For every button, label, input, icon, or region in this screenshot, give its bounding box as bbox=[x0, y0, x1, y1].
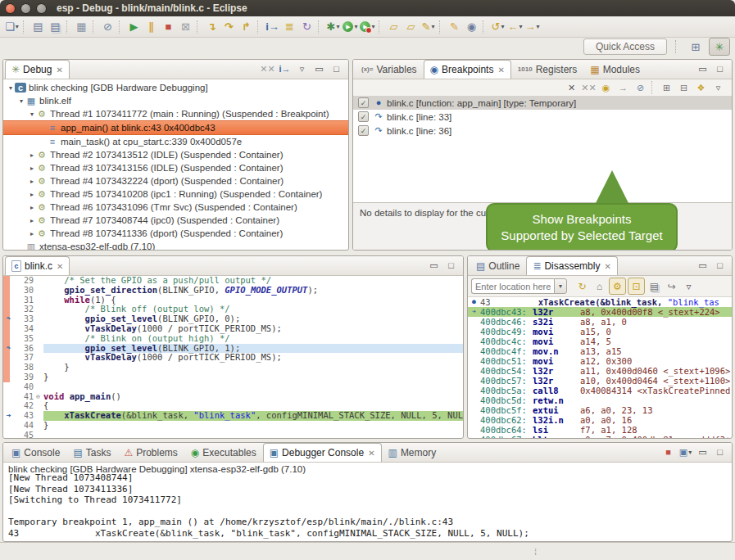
run-dropdown-icon[interactable]: ▾ bbox=[354, 24, 357, 30]
window-maximize-button[interactable] bbox=[36, 3, 47, 14]
editor-line[interactable]: 34 vTaskDelay(1000 / portTICK_PERIOD_MS)… bbox=[3, 324, 463, 334]
back-button[interactable]: ←▾ bbox=[507, 18, 523, 35]
show-breakpoints-supported-by-selected-target-button[interactable]: ◉ bbox=[598, 81, 614, 95]
disassembly-row[interactable]: 400dbc62:l32i.na0, a0, 16 bbox=[468, 415, 732, 425]
build-binary-button[interactable]: ▦ bbox=[74, 18, 89, 35]
new-wizard-dropdown-icon[interactable]: ▾ bbox=[16, 24, 19, 30]
debug-tree-row[interactable]: ▸⚙Thread #2 1073413512 (IDLE) (Suspended… bbox=[3, 148, 348, 161]
disassembly-row[interactable]: 400dbc67:blta0, a7, 0x400dbc81 <__adddf3… bbox=[468, 435, 732, 439]
editor-line[interactable]: 39} bbox=[3, 373, 463, 382]
instruction-stepping-mode-button[interactable]: i→ bbox=[277, 62, 293, 77]
console-tab-tasks[interactable]: ▤Tasks bbox=[66, 443, 117, 462]
console-output[interactable]: [New Thread 1073408744][New Thread 10734… bbox=[3, 472, 732, 539]
tree-expander-icon[interactable]: ▾ bbox=[17, 97, 25, 105]
view-menu-button[interactable]: ▿ bbox=[681, 278, 696, 294]
right-tab-variables[interactable]: (x)=Variables bbox=[355, 60, 424, 79]
use-step-filters-button[interactable]: ≣ bbox=[282, 18, 297, 35]
annotation-ruler[interactable] bbox=[3, 373, 14, 382]
location-dropdown-icon[interactable]: ▾ bbox=[554, 278, 567, 294]
terminate-console-button[interactable]: ■ bbox=[660, 445, 676, 460]
maximize-button[interactable]: □ bbox=[712, 445, 728, 460]
code-editor[interactable]: 29 /* Set the GPIO as a push/pull output… bbox=[3, 276, 463, 439]
right-tab-registers[interactable]: 1010Registers bbox=[511, 60, 583, 79]
tree-expander-icon[interactable]: ▸ bbox=[28, 151, 36, 159]
expand-all-button[interactable]: ⊞ bbox=[659, 81, 674, 95]
search-dropdown-icon[interactable]: ▾ bbox=[431, 24, 434, 30]
external-tools-dropdown-icon[interactable]: ▾ bbox=[371, 24, 374, 30]
forward-button[interactable]: →▾ bbox=[524, 18, 540, 35]
maximize-button[interactable]: □ bbox=[712, 259, 728, 273]
refresh-view-button[interactable]: ↻ bbox=[574, 278, 590, 294]
go-to-file-for-breakpoint-button[interactable]: → bbox=[615, 81, 631, 95]
view-menu-button[interactable]: ▿ bbox=[710, 81, 726, 95]
window-minimize-button[interactable] bbox=[20, 3, 31, 14]
tree-expander-icon[interactable]: ▸ bbox=[28, 178, 36, 185]
debug-tree-row[interactable]: ▾cblink checking [GDB Hardware Debugging… bbox=[3, 81, 348, 94]
annotation-ruler[interactable] bbox=[3, 296, 14, 305]
resume-button[interactable]: ▶ bbox=[126, 18, 142, 35]
restart-button[interactable]: ↻ bbox=[299, 18, 315, 35]
editor-line[interactable]: 35 /* Blink on (output high) */ bbox=[3, 334, 463, 344]
editor-line[interactable]: 45 bbox=[3, 431, 463, 439]
save-all-button[interactable]: ▤ bbox=[48, 18, 63, 35]
disassembly-row[interactable]: 400dbc54:l32ra11, 0x400d0460 <_stext+109… bbox=[468, 366, 732, 376]
location-input[interactable] bbox=[471, 278, 554, 294]
forward-dropdown-icon[interactable]: ▾ bbox=[536, 24, 539, 30]
copy-button[interactable]: ▤ bbox=[647, 278, 662, 294]
console-tab-debugger-console[interactable]: ▣Debugger Console✕ bbox=[263, 443, 382, 462]
breakpoint-row[interactable]: ✓●blink.c [function: app_main] [type: Te… bbox=[353, 96, 732, 110]
annotation-ruler[interactable] bbox=[3, 363, 14, 373]
new-cpp-project-button[interactable]: ▱ bbox=[386, 18, 402, 35]
step-return-button[interactable]: ↱ bbox=[238, 18, 254, 35]
debug-perspective-button[interactable]: ✳ bbox=[709, 38, 730, 56]
tree-expander-icon[interactable]: ▸ bbox=[28, 230, 36, 237]
annotation-ruler[interactable] bbox=[3, 353, 14, 363]
disassembly-row[interactable]: 400dbc5f:extuia6, a0, 23, 13 bbox=[468, 405, 732, 415]
collapse-all-button[interactable]: ⊟ bbox=[676, 81, 692, 95]
disassembly-row[interactable]: 400dbc5d:retw.n bbox=[468, 395, 732, 405]
breakpoint-gutter-icon[interactable]: ↷ bbox=[3, 344, 14, 354]
console-tab-console[interactable]: ▣Console bbox=[5, 443, 66, 462]
quick-access-button[interactable]: Quick Access bbox=[583, 38, 667, 55]
disassembly-row[interactable]: 400dbc49:movia15, 0 bbox=[468, 327, 732, 336]
disassembly-row[interactable]: 400dbc5a:call80x40084314 <xTaskCreatePin… bbox=[468, 386, 732, 395]
tab-close-icon[interactable]: ✕ bbox=[56, 65, 62, 75]
open-type-button[interactable]: ◉ bbox=[464, 18, 479, 35]
terminate-button[interactable]: ■ bbox=[161, 18, 176, 35]
annotation-ruler[interactable] bbox=[3, 431, 14, 439]
debug-button[interactable]: ✱▾ bbox=[325, 18, 341, 35]
remove-selected-breakpoints-button[interactable]: ✕ bbox=[564, 81, 579, 95]
suspend-button[interactable]: ∥ bbox=[143, 18, 159, 35]
tab-close-icon[interactable]: ✕ bbox=[57, 262, 63, 271]
open-folder-button[interactable]: ▱ bbox=[403, 18, 419, 35]
debug-tree-row[interactable]: ≡main_task() at cpu_start.c:339 0x400d05… bbox=[3, 135, 348, 148]
disassembly-row[interactable]: 400dbc46:s32ia8, a1, 0 bbox=[468, 317, 732, 327]
annotation-ruler[interactable] bbox=[3, 401, 14, 411]
debug-dropdown-icon[interactable]: ▾ bbox=[336, 24, 339, 30]
sash-handle[interactable]: ⁞ bbox=[534, 547, 538, 557]
debug-tree-row[interactable]: ▾⚙Thread #1 1073411772 (main : Running) … bbox=[3, 107, 348, 120]
disconnect-button[interactable]: ⊠ bbox=[178, 18, 193, 35]
debug-tree-row[interactable]: ▸⚙Thread #8 1073411336 (dport) (Suspende… bbox=[3, 227, 348, 240]
display-selected-console-button[interactable]: ▣▾ bbox=[678, 445, 693, 460]
debug-tree-row[interactable]: ▥xtensa-esp32-elf-gdb (7.10) bbox=[3, 240, 348, 251]
breakpoint-row[interactable]: ✓↷blink.c [line: 33] bbox=[353, 110, 732, 124]
breakpoint-row[interactable]: ✓↷blink.c [line: 36] bbox=[353, 124, 732, 138]
remove-all-terminated-button[interactable]: ✕✕ bbox=[260, 62, 275, 77]
disassembly-row[interactable]: ●43xTaskCreate(&blink_task, "blink_tas bbox=[468, 297, 732, 307]
breakpoint-gutter-icon[interactable]: ➔ bbox=[3, 411, 14, 421]
last-edit-location-button[interactable]: ↺▾ bbox=[490, 18, 506, 35]
annotation-ruler[interactable] bbox=[3, 334, 14, 344]
instruction-stepping-mode-button[interactable]: i→ bbox=[265, 18, 280, 35]
tree-expander-icon[interactable]: ▸ bbox=[28, 165, 36, 172]
maximize-button[interactable]: □ bbox=[329, 62, 344, 77]
breakpoint-gutter-icon[interactable]: ↷ bbox=[3, 314, 14, 324]
back-dropdown-icon[interactable]: ▾ bbox=[519, 24, 522, 30]
search-button[interactable]: ✎▾ bbox=[420, 18, 436, 35]
annotation-ruler[interactable] bbox=[3, 305, 14, 314]
console-tab-memory[interactable]: ▥Memory bbox=[382, 443, 443, 462]
tab-close-icon[interactable]: ✕ bbox=[604, 262, 610, 271]
minimize-button[interactable]: ▭ bbox=[695, 259, 710, 273]
disassembly-row[interactable]: ➔400dbc43:l32ra8, 0x400d00f8 <_stext+224… bbox=[468, 307, 732, 317]
right-tab-modules[interactable]: ▦Modules bbox=[583, 60, 647, 79]
